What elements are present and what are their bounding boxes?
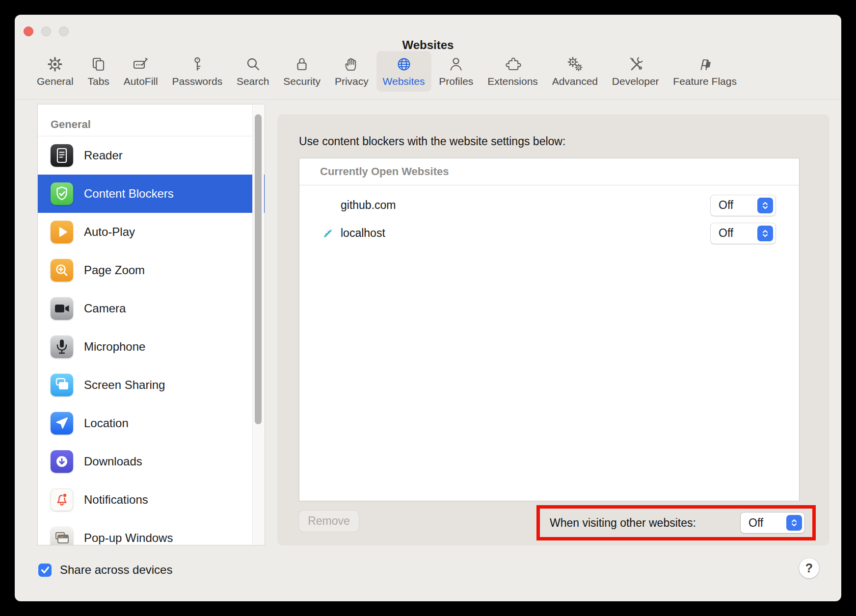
sidebar-item-label: Camera xyxy=(84,302,126,315)
toolbar-divider xyxy=(15,99,841,100)
sidebar-item-reader[interactable]: Reader xyxy=(38,136,265,175)
globe-icon xyxy=(395,55,413,73)
dropdown-stepper-icon[interactable] xyxy=(757,226,773,241)
localhost-setting-dropdown[interactable]: Off xyxy=(711,223,776,244)
sidebar-item-label: Pop-up Windows xyxy=(84,531,173,545)
sidebar-item-label: Reader xyxy=(84,149,123,162)
content-blockers-panel: Use content blockers with the website se… xyxy=(277,114,829,545)
panel-heading: Use content blockers with the website se… xyxy=(299,135,565,148)
sidebar-scrollbar-track[interactable] xyxy=(252,105,264,544)
autofill-icon xyxy=(132,55,150,73)
sidebar-item-downloads[interactable]: Downloads xyxy=(38,442,265,481)
sidebar-item-microphone[interactable]: Microphone xyxy=(38,328,265,366)
toolbar-item-label: Extensions xyxy=(487,76,538,87)
toolbar-item-security[interactable]: Security xyxy=(277,51,327,92)
person-icon xyxy=(447,55,465,73)
remove-button[interactable]: Remove xyxy=(299,511,359,532)
toolbar-item-label: AutoFill xyxy=(124,76,158,87)
toolbar-item-websites[interactable]: Websites xyxy=(376,51,431,92)
dropdown-value: Off xyxy=(711,227,757,240)
minimize-button[interactable] xyxy=(41,26,51,36)
toolbar-item-label: Feature Flags xyxy=(673,76,737,87)
toolbar-item-label: Passwords xyxy=(172,76,222,87)
annotation-highlight-red-box: When visiting other websites: Off xyxy=(536,505,816,540)
popup-windows-icon xyxy=(51,527,73,545)
zoom-button[interactable] xyxy=(59,26,69,36)
tabs-icon xyxy=(90,55,107,73)
sidebar-item-location[interactable]: Location xyxy=(38,404,265,442)
table-row-localhost[interactable]: localhost Off xyxy=(299,219,799,247)
toolbar-item-label: Privacy xyxy=(335,76,369,87)
toolbar-item-label: Search xyxy=(237,76,269,87)
magnifier-icon xyxy=(244,55,262,73)
toolbar-item-extensions[interactable]: Extensions xyxy=(481,51,544,92)
sidebar-item-screen-sharing[interactable]: Screen Sharing xyxy=(38,366,265,404)
sidebar-item-label: Page Zoom xyxy=(84,263,145,277)
sidebar-item-label: Content Blockers xyxy=(84,187,174,201)
sidebar-item-camera[interactable]: Camera xyxy=(38,289,265,328)
other-websites-dropdown[interactable]: Off xyxy=(741,513,804,533)
toolbar-item-label: Profiles xyxy=(439,76,473,87)
sidebar-item-auto-play[interactable]: Auto-Play xyxy=(38,213,265,251)
toolbar-item-label: General xyxy=(37,76,74,87)
share-checkbox[interactable] xyxy=(38,564,52,577)
toolbar-item-label: Tabs xyxy=(88,76,109,87)
dropdown-stepper-icon[interactable] xyxy=(786,515,802,531)
sidebar-item-notifications[interactable]: Notifications xyxy=(38,481,265,519)
reader-icon xyxy=(51,144,73,167)
lock-icon xyxy=(293,55,311,73)
sidebar-item-content-blockers[interactable]: Content Blockers xyxy=(38,175,265,213)
when-visiting-label: When visiting other websites: xyxy=(550,516,696,530)
favicon-slot xyxy=(322,200,334,211)
safari-settings-window: Websites General Tabs xyxy=(15,15,841,601)
tools-icon xyxy=(627,55,644,73)
dropdown-value: Off xyxy=(741,516,786,530)
flags-icon xyxy=(696,55,714,73)
site-name: localhost xyxy=(341,227,711,240)
sidebar-section-header: General xyxy=(38,104,265,136)
help-button[interactable]: ? xyxy=(799,558,819,578)
screens-icon xyxy=(51,374,73,396)
table-column-header: Currently Open Websites xyxy=(299,158,799,185)
toolbar-item-autofill[interactable]: AutoFill xyxy=(117,51,164,92)
toolbar-item-passwords[interactable]: Passwords xyxy=(165,51,229,92)
toolbar-item-search[interactable]: Search xyxy=(230,51,276,92)
toolbar-item-label: Advanced xyxy=(552,76,598,87)
toolbar-item-advanced[interactable]: Advanced xyxy=(546,51,604,92)
download-circle-icon xyxy=(51,450,73,473)
location-arrow-icon xyxy=(51,412,73,435)
sidebar-item-label: Screen Sharing xyxy=(84,378,165,392)
toolbar-item-privacy[interactable]: Privacy xyxy=(328,51,375,92)
screenshot: Websites General Tabs xyxy=(0,0,856,616)
hand-icon xyxy=(343,55,360,73)
toolbar-item-developer[interactable]: Developer xyxy=(606,51,666,92)
settings-sidebar: General Reader Content Blockers Au xyxy=(37,104,265,545)
sidebar-scrollbar-thumb[interactable] xyxy=(255,114,262,424)
toolbar-item-tabs[interactable]: Tabs xyxy=(81,51,116,92)
sidebar-item-page-zoom[interactable]: Page Zoom xyxy=(38,251,265,289)
sidebar-item-label: Auto-Play xyxy=(84,225,135,239)
puzzle-icon xyxy=(504,55,521,73)
toolbar-item-general[interactable]: General xyxy=(30,51,80,92)
dropdown-stepper-icon[interactable] xyxy=(757,198,773,213)
table-row-github[interactable]: github.com Off xyxy=(299,191,799,219)
video-camera-icon xyxy=(51,297,73,320)
toolbar-item-label: Websites xyxy=(383,76,425,87)
sidebar-item-label: Notifications xyxy=(84,493,148,507)
table-rows: github.com Off xyxy=(299,185,799,247)
bell-icon xyxy=(51,488,73,511)
key-icon xyxy=(188,55,206,73)
toolbar-item-profiles[interactable]: Profiles xyxy=(432,51,480,92)
window-controls xyxy=(24,26,69,36)
sidebar-item-popup-windows[interactable]: Pop-up Windows xyxy=(38,519,265,545)
site-name: github.com xyxy=(341,199,711,212)
microphone-icon xyxy=(51,335,73,358)
github-setting-dropdown[interactable]: Off xyxy=(711,195,776,216)
toolbar-item-label: Security xyxy=(283,76,321,87)
gears-icon xyxy=(566,55,584,73)
settings-toolbar: General Tabs AutoFill xyxy=(30,51,743,92)
play-icon xyxy=(51,221,73,243)
toolbar-item-feature-flags[interactable]: Feature Flags xyxy=(667,51,743,92)
share-across-devices: Share across devices xyxy=(38,563,172,577)
close-button[interactable] xyxy=(24,26,33,36)
